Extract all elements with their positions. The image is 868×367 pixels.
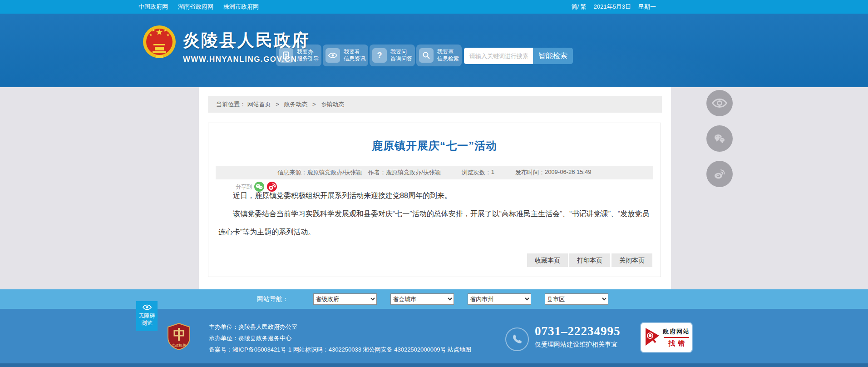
error-badge-line1: 政府网站	[663, 327, 690, 336]
search-icon	[419, 48, 434, 63]
quick-buttons: 我要办服务引导 我要看信息资讯 ? 我要问咨询问答 我要查信息检索	[276, 45, 462, 66]
quick-button-sublabel: 信息检索	[437, 55, 459, 62]
accessibility-label-line1: 无障碍	[136, 312, 158, 319]
eye-icon	[326, 48, 340, 63]
meta-time-label: 发布时间：	[515, 169, 545, 177]
article-paragraph: 近日，鹿原镇党委积极组织开展系列活动来迎接建党88周年的到来。	[218, 187, 651, 205]
wechat-icon	[712, 131, 727, 146]
meta-views-label: 浏览次数：	[462, 169, 491, 177]
topbar-link-hunan-gov[interactable]: 湖南省政府网	[178, 3, 213, 11]
footer-info: 主办单位：炎陵县人民政府办公室 承办单位：炎陵县政务服务中心 备案号：湘ICP备…	[209, 321, 471, 355]
lang-toggle[interactable]: 简/ 繁	[571, 3, 586, 11]
phone-icon	[505, 327, 529, 351]
breadcrumb-town-news[interactable]: 乡镇动态	[321, 101, 344, 108]
accessibility-label-line2: 浏览	[136, 319, 158, 327]
province-city-select[interactable]: 省内市州	[468, 293, 531, 305]
capital-city-select[interactable]: 省会城市	[390, 293, 454, 305]
county-district-select[interactable]: 县市区	[545, 293, 608, 305]
article-actions: 收藏本页 打印本页 关闭本页	[527, 253, 652, 267]
sitemap-link[interactable]: 站点地图	[448, 346, 471, 353]
topbar-link-zhuzhou-gov[interactable]: 株洲市政府网	[223, 3, 259, 11]
quick-button-sublabel: 信息资讯	[344, 55, 365, 62]
search-input[interactable]	[464, 48, 533, 64]
article-panel: 鹿原镇开展庆“七一”活动 信息来源：鹿原镇党政办/扶张颖 作者：鹿原镇党政办/扶…	[208, 123, 661, 277]
quick-button-label: 我要查	[437, 49, 454, 55]
organizer-label: 承办单位：	[209, 335, 238, 342]
accessibility-browse-button[interactable]: 无障碍 浏览	[136, 301, 158, 331]
quick-button-label: 我要问	[390, 49, 407, 55]
organizer-value: 炎陵县政务服务中心	[238, 335, 291, 342]
article-paragraph: 该镇党委结合当前学习实践科学发展观和县委对庆“七一”活动的总体安排，开展了以“高…	[218, 205, 651, 241]
site-nav-label: 网站导航：	[257, 289, 289, 309]
topbar-link-china-gov[interactable]: 中国政府网	[138, 3, 168, 11]
question-icon: ?	[372, 48, 387, 63]
current-weekday: 星期一	[638, 3, 656, 11]
site-nav-selects: 省级政府 省会城市 省内市州 县市区	[313, 293, 608, 305]
footer-nav: 网站导航： 省级政府 省会城市 省内市州 县市区	[0, 289, 868, 309]
national-emblem-logo	[142, 23, 177, 65]
print-page-button[interactable]: 打印本页	[569, 253, 610, 267]
share-widget: 分享到	[236, 181, 277, 192]
quick-button-retrieve[interactable]: 我要查信息检索	[416, 45, 462, 66]
breadcrumb-home[interactable]: 网站首页	[247, 101, 271, 108]
error-badge-line2: 找错	[663, 339, 690, 348]
party-gov-emblem-label: 党政机关	[172, 343, 186, 347]
breadcrumb-gov-news[interactable]: 政务动态	[284, 101, 307, 108]
site-header: 炎陵县人民政府 WWW.HNYANLING.GOV.CN 我要办服务引导 我要看…	[0, 14, 868, 87]
article-title: 鹿原镇开展庆“七一”活动	[208, 139, 661, 153]
current-date: 2021年5月3日	[594, 3, 631, 11]
party-gov-emblem: 党政机关	[166, 322, 192, 352]
wechat-share-icon[interactable]	[254, 181, 265, 192]
share-label: 分享到	[236, 183, 252, 191]
smart-search-button[interactable]: 智能检索	[533, 48, 573, 64]
quick-button-label: 我要办	[297, 49, 313, 55]
meta-source-label: 信息来源：	[277, 169, 307, 177]
bookmark-page-button[interactable]: 收藏本页	[527, 253, 568, 267]
quick-button-label: 我要看	[344, 49, 360, 55]
main-content: 当前位置： 网站首页 > 政务动态 > 乡镇动态 鹿原镇开展庆“七一”活动 信息…	[199, 87, 671, 289]
meta-source-value: 鹿原镇党政办/扶张颖	[307, 169, 362, 177]
service-phone-note: 仅受理网站建设维护相关事宜	[535, 341, 617, 349]
provincial-gov-select[interactable]: 省级政府	[313, 293, 377, 305]
breadcrumb-separator: >	[276, 101, 279, 108]
float-weibo-button[interactable]	[706, 161, 733, 187]
close-page-button[interactable]: 关闭本页	[612, 253, 652, 267]
quick-button-sublabel: 服务引导	[297, 55, 319, 62]
footer-bottom-strip	[0, 363, 868, 367]
host-label: 主办单位：	[209, 323, 238, 330]
meta-author-label: 作者：	[368, 169, 386, 177]
quick-button-information[interactable]: 我要看信息资讯	[323, 45, 368, 66]
topbar-links: 中国政府网 湖南省政府网 株洲市政府网	[138, 0, 259, 14]
meta-time-value: 2009-06-26 15:49	[545, 169, 592, 177]
weibo-icon	[712, 167, 727, 181]
eye-icon	[712, 98, 727, 108]
article-meta: 信息来源：鹿原镇党政办/扶张颖 作者：鹿原镇党政办/扶张颖 浏览次数：1 发布时…	[216, 166, 653, 179]
eye-icon	[143, 304, 152, 310]
float-wechat-button[interactable]	[706, 125, 733, 152]
breadcrumb-label: 当前位置：	[216, 101, 246, 108]
host-value: 炎陵县人民政府办公室	[238, 323, 297, 330]
breadcrumb-separator: >	[312, 101, 316, 108]
quick-button-sublabel: 咨询问答	[390, 55, 412, 62]
breadcrumb: 当前位置： 网站首页 > 政务动态 > 乡镇动态	[208, 96, 662, 113]
weibo-share-icon[interactable]	[266, 181, 277, 192]
icp-record: 备案号：湘ICP备05003421号-1 网站标识码：4302250033 湘公…	[209, 346, 446, 353]
topbar: 中国政府网 湖南省政府网 株洲市政府网 简/ 繁 2021年5月3日 星期一	[0, 0, 868, 14]
quick-button-consult[interactable]: ? 我要问咨询问答	[370, 45, 415, 66]
quick-button-service-guide[interactable]: 我要办服务引导	[276, 45, 321, 66]
gov-site-error-report-button[interactable]: 政府网站 找错	[641, 323, 692, 352]
searchbar: 智能检索	[464, 48, 573, 64]
error-report-logo-icon	[645, 327, 660, 348]
page-root: 中国政府网 湖南省政府网 株洲市政府网 简/ 繁 2021年5月3日 星期一	[0, 0, 868, 367]
error-badge-divider	[664, 337, 689, 338]
float-eye-button[interactable]	[706, 90, 733, 116]
float-tools	[706, 90, 734, 196]
topbar-right: 简/ 繁 2021年5月3日 星期一	[571, 0, 656, 14]
document-icon	[279, 48, 293, 63]
service-phone-number: 0731–22234995	[535, 324, 621, 338]
meta-views-value: 1	[491, 169, 494, 177]
meta-author-value: 鹿原镇党政办/扶张颖	[386, 169, 441, 177]
